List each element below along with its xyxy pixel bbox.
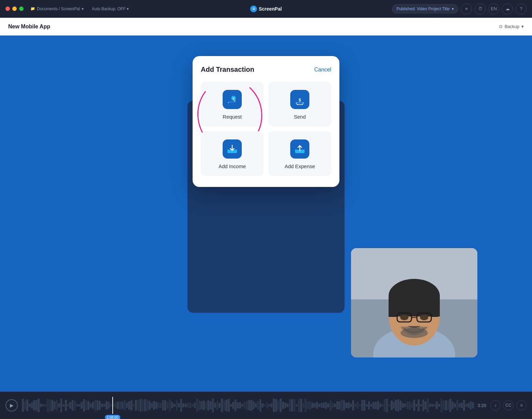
svg-point-24 [420, 315, 428, 320]
svg-rect-17 [389, 296, 440, 316]
waveform-bars [22, 397, 474, 414]
timeline-menu-button[interactable]: ≡ [516, 400, 527, 410]
timeline-bar: ▶ 1:08.00 3:20 ♪ CC ≡ [0, 392, 532, 419]
add-income-label: Add Income [219, 163, 246, 169]
play-button[interactable]: ▶ [5, 399, 18, 411]
backup-icon: ⊙ [499, 24, 503, 29]
svg-text:$: $ [299, 98, 301, 103]
menu-icon-btn[interactable]: ≡ [461, 3, 472, 14]
folder-icon: 📁 [30, 6, 35, 11]
chevron-down-icon: ▾ [452, 6, 454, 11]
published-button[interactable]: Published: Video Project Title ▾ [392, 4, 458, 13]
history-icon-btn[interactable]: ⏱ [475, 3, 486, 14]
main-content: Monthly Subscriptions Add Transaction Ca… [0, 36, 532, 392]
add-expense-item[interactable]: Add Expense [268, 131, 331, 176]
send-icon: $ [290, 90, 309, 109]
logo-icon: ⊙ [250, 5, 257, 12]
time-display: 3:20 [478, 403, 486, 408]
waveform[interactable]: 1:08.00 [22, 397, 474, 414]
screenpal-logo: ⊙ ScreenPal [250, 5, 282, 12]
language-icon-btn[interactable]: EN [488, 3, 499, 14]
cc-button[interactable]: CC [503, 400, 514, 410]
request-item[interactable]: $ Request [201, 82, 264, 126]
chevron-down-icon: ▾ [521, 24, 524, 29]
chevron-down-icon: ▾ [82, 6, 84, 11]
svg-rect-1 [229, 101, 234, 103]
minimize-button[interactable] [12, 6, 17, 11]
traffic-lights [5, 6, 24, 11]
music-icon-btn[interactable]: ♪ [490, 400, 501, 410]
maximize-button[interactable] [19, 6, 24, 11]
close-button[interactable] [5, 6, 10, 11]
modal-title: Add Transaction [201, 66, 254, 73]
project-title: New Mobile App [8, 24, 50, 30]
send-label: Send [294, 114, 306, 120]
title-bar-right: Published: Video Project Title ▾ ≡ ⏱ EN … [392, 3, 527, 14]
send-item[interactable]: $ Send [268, 82, 331, 126]
backup-button[interactable]: ⊙ Backup ▾ [499, 24, 524, 29]
chevron-down-icon: ▾ [127, 6, 129, 11]
transaction-grid: $ Request $ [201, 82, 331, 176]
auto-backup[interactable]: Auto Backup: OFF ▾ [92, 6, 129, 11]
webcam-person [351, 248, 477, 357]
svg-text:$: $ [233, 97, 235, 100]
add-income-item[interactable]: Add Income [201, 131, 264, 176]
playhead: 1:08.00 [112, 397, 113, 414]
add-expense-icon [290, 139, 309, 159]
request-label: Request [223, 114, 242, 120]
cancel-button[interactable]: Cancel [314, 67, 331, 73]
add-expense-label: Add Expense [284, 163, 315, 169]
add-income-icon [223, 139, 242, 159]
svg-point-23 [400, 315, 408, 320]
request-icon: $ [223, 90, 242, 109]
project-bar: New Mobile App ⊙ Backup ▾ [0, 18, 532, 36]
webcam-overlay [351, 248, 477, 357]
file-path-text: Documents / ScreenPal [37, 6, 80, 11]
cloud-icon-btn[interactable]: ☁ [502, 3, 513, 14]
playhead-label: 1:08.00 [105, 415, 120, 419]
timeline-icons: ♪ CC ≡ [490, 400, 527, 410]
help-icon-btn[interactable]: ? [516, 3, 527, 14]
add-transaction-modal: Add Transaction Cancel [193, 56, 339, 187]
modal-header: Add Transaction Cancel [201, 66, 331, 73]
title-bar: 📁 Documents / ScreenPal ▾ Auto Backup: O… [0, 0, 532, 18]
file-path[interactable]: 📁 Documents / ScreenPal ▾ [30, 6, 84, 11]
